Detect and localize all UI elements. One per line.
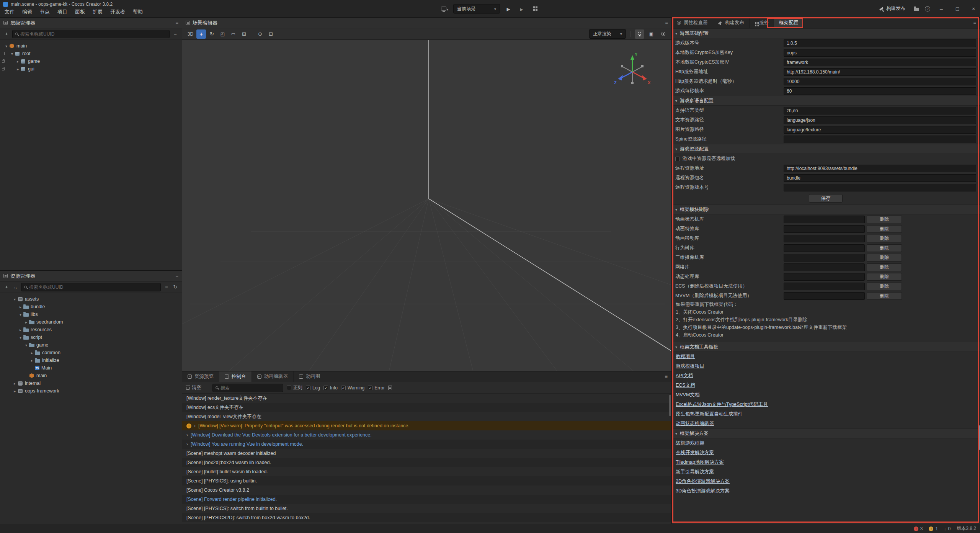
- console-filter-checkbox[interactable]: Warning: [341, 385, 364, 391]
- regex-checkbox[interactable]: 正则: [287, 384, 302, 391]
- add-asset-button[interactable]: [3, 284, 10, 290]
- expand-arrow-icon[interactable]: [10, 52, 15, 56]
- asset-node[interactable]: seedrandom: [0, 318, 182, 326]
- rotate-tool-button[interactable]: [207, 29, 217, 39]
- scene-select-dropdown[interactable]: 当前场景: [453, 4, 500, 13]
- expand-arrow-icon[interactable]: [24, 320, 29, 324]
- error-count-badge[interactable]: ! 3: [914, 526, 923, 531]
- console-message[interactable]: [Window] Download the Vue Devtools exten…: [182, 430, 671, 440]
- solution-link[interactable]: 3D角色扮演游戏解决方案: [676, 488, 730, 494]
- panel-menu-icon[interactable]: [175, 273, 178, 279]
- save-button[interactable]: 保存: [809, 194, 843, 203]
- warning-count-badge[interactable]: ! 1: [929, 526, 938, 531]
- add-node-button[interactable]: [3, 31, 10, 37]
- delete-module-button[interactable]: 删除: [867, 292, 902, 300]
- expand-arrow-icon[interactable]: [15, 67, 20, 71]
- view-settings-button[interactable]: [658, 29, 668, 39]
- solution-link[interactable]: 全栈开发解决方案: [676, 450, 714, 456]
- panel-menu-icon[interactable]: [665, 20, 668, 26]
- delete-module-button[interactable]: 删除: [867, 254, 902, 262]
- field-input[interactable]: [784, 116, 976, 124]
- menu-item[interactable]: 文件: [1, 7, 18, 16]
- render-mode-dropdown[interactable]: 正常渲染: [589, 29, 626, 39]
- delete-module-button[interactable]: 删除: [867, 263, 902, 271]
- lock-icon[interactable]: [2, 53, 5, 55]
- field-input[interactable]: [784, 165, 976, 172]
- module-path-field[interactable]: [784, 244, 865, 252]
- expand-arrow-icon[interactable]: [18, 312, 23, 317]
- delete-module-button[interactable]: 删除: [867, 244, 902, 252]
- module-path-field[interactable]: [784, 254, 865, 262]
- lock-icon[interactable]: [2, 60, 5, 63]
- field-input[interactable]: [784, 174, 976, 182]
- asset-node[interactable]: Main: [0, 364, 182, 372]
- section-header[interactable]: 框架解决方案: [672, 428, 980, 438]
- console-tab[interactable]: 动画编辑器: [252, 371, 294, 382]
- asset-node[interactable]: libs: [0, 311, 182, 318]
- asset-node[interactable]: script: [0, 334, 182, 341]
- doc-link[interactable]: 游戏模板项目: [676, 363, 704, 370]
- asset-node[interactable]: oops-framework: [0, 387, 182, 395]
- asset-node[interactable]: bundle: [0, 303, 182, 311]
- menu-item[interactable]: 面板: [71, 7, 89, 16]
- delete-module-button[interactable]: 删除: [867, 283, 902, 290]
- transform-tool-button[interactable]: [239, 29, 249, 39]
- console-message[interactable]: [Window] model_view文件夹不存在: [182, 412, 671, 421]
- step-button[interactable]: [517, 5, 527, 13]
- console-message[interactable]: [Window] ecs文件夹不存在: [182, 403, 671, 412]
- expand-arrow-icon[interactable]: [12, 381, 17, 386]
- section-header[interactable]: 游戏基础配置: [672, 28, 980, 38]
- hierarchy-search[interactable]: [12, 30, 170, 38]
- expand-arrow-icon[interactable]: [12, 389, 17, 393]
- download-count-badge[interactable]: 0: [944, 526, 951, 531]
- console-tab[interactable]: 资源预览: [182, 371, 219, 382]
- console-filter-checkbox[interactable]: Error: [368, 385, 385, 391]
- menu-item[interactable]: 开发者: [106, 7, 129, 16]
- delete-module-button[interactable]: 删除: [867, 225, 902, 233]
- play-button[interactable]: [503, 5, 513, 13]
- axis-gizmo[interactable]: Y X Z: [612, 51, 652, 90]
- module-path-field[interactable]: [784, 263, 865, 271]
- expand-arrow-icon[interactable]: [4, 44, 9, 48]
- menu-item[interactable]: 节点: [36, 7, 54, 16]
- section-header[interactable]: 游戏多语言配置: [672, 96, 980, 106]
- console-message[interactable]: [Scene] meshopt wasm decoder initialized: [182, 449, 671, 458]
- mode-3d-toggle[interactable]: 3D: [186, 29, 195, 39]
- field-input[interactable]: [784, 78, 976, 85]
- help-icon[interactable]: ?: [925, 6, 930, 11]
- solution-link[interactable]: 2D角色扮演游戏解决方案: [676, 478, 730, 485]
- maximize-button[interactable]: □: [952, 6, 962, 12]
- console-tab[interactable]: 动画图: [294, 371, 326, 382]
- filter-icon[interactable]: [172, 31, 178, 37]
- rect-tool-button[interactable]: [229, 29, 238, 39]
- field-input[interactable]: [784, 68, 976, 76]
- expand-arrow-icon[interactable]: [29, 358, 34, 363]
- expand-arrow-icon[interactable]: [18, 328, 23, 332]
- field-input[interactable]: [784, 49, 976, 57]
- inspector-tab[interactable]: 属性检查器: [672, 18, 713, 28]
- hierarchy-node[interactable]: game: [0, 57, 182, 65]
- section-header[interactable]: 框架模块剔除: [672, 204, 980, 214]
- clear-console-button[interactable]: 清空: [186, 384, 201, 391]
- console-tab[interactable]: 控制台: [219, 371, 252, 382]
- solution-link[interactable]: Tiledmap地图解决方案: [676, 459, 724, 466]
- solution-link[interactable]: 战旗游戏框架: [676, 440, 704, 446]
- inspector-scrollbar[interactable]: [978, 425, 980, 450]
- console-message[interactable]: [Scene] Forward render pipeline initiali…: [182, 495, 671, 504]
- doc-link[interactable]: ECS文档: [676, 382, 695, 389]
- assets-search-input[interactable]: [29, 284, 158, 290]
- console-message[interactable]: [Scene] [box2d]:box2d wasm lib loaded.: [182, 458, 671, 467]
- doc-link[interactable]: 动画状态机编辑器: [676, 420, 714, 427]
- console-message[interactable]: [Scene] [PHYSICS2D]: switch from box2d-w…: [182, 513, 671, 522]
- coordinate-toggle-button[interactable]: [266, 29, 276, 39]
- menu-item[interactable]: 编辑: [18, 7, 36, 16]
- filter-icon[interactable]: [163, 284, 170, 290]
- expand-arrow-icon[interactable]: [29, 351, 34, 355]
- console-filter-checkbox[interactable]: Log: [306, 385, 320, 391]
- module-path-field[interactable]: [784, 225, 865, 233]
- assets-search[interactable]: [21, 283, 161, 291]
- doc-link[interactable]: 教程项目: [676, 353, 695, 360]
- pivot-toggle-button[interactable]: [255, 29, 265, 39]
- multi-preview-button[interactable]: [530, 5, 540, 13]
- asset-node[interactable]: internal: [0, 379, 182, 387]
